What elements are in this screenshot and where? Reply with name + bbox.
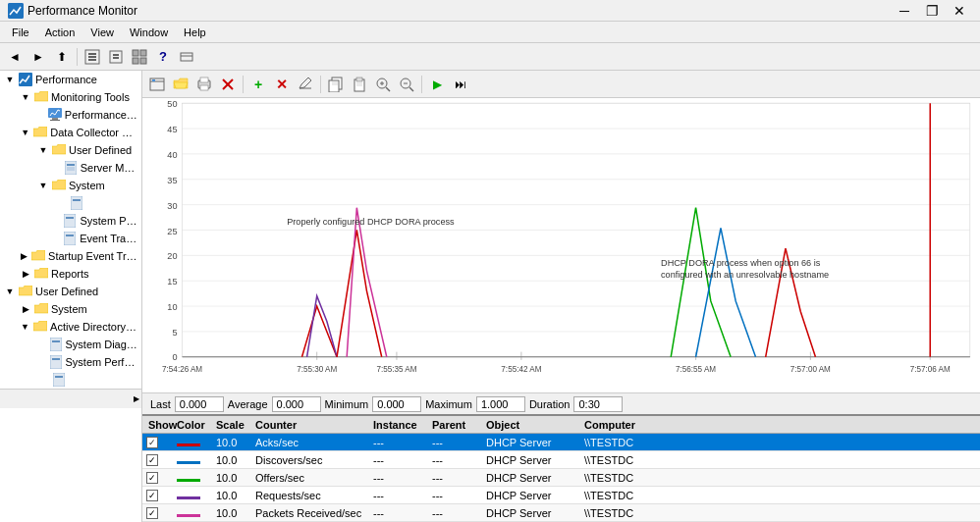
chart-btn-delete[interactable] [217,74,239,95]
chart-btn-new[interactable] [146,74,168,95]
tree-item-perf-monitor[interactable]: Performance Monitor [0,106,141,124]
tree-item-reports-user[interactable]: ▶ System [0,300,141,318]
tree-item-server-manager[interactable]: Server Manager Per [0,159,141,177]
row1-instance: --- [373,454,432,466]
table-row[interactable]: ✓ 10.0 Requests/sec --- --- DHCP Server … [142,487,980,504]
tree-item-ad-dia[interactable]: System Diagnostics [0,336,141,353]
svg-text:7:55:42 AM: 7:55:42 AM [501,365,541,374]
row2-counter: Offers/sec [255,472,373,484]
chart-btn-remove[interactable]: ✕ [271,74,293,95]
row4-checkbox[interactable]: ✓ [146,507,158,519]
tree-item-system[interactable]: ▼ System [0,177,141,194]
duration-value: 0:30 [573,396,623,412]
tree-item-sysperf2[interactable] [0,371,141,389]
menu-view[interactable]: View [82,25,122,40]
row0-checkbox[interactable]: ✓ [146,437,158,448]
chart-btn-copy[interactable] [325,74,347,95]
row4-show: ✓ [142,507,177,519]
toolbar-forward[interactable]: ► [27,46,49,68]
table-row[interactable]: ✓ 10.0 Discovers/sec --- --- DHCP Server… [142,451,980,469]
folder-icon [33,89,49,105]
toolbar-show-hide[interactable] [82,46,103,68]
toolbar-extra[interactable] [176,46,197,68]
restore-button[interactable]: ❐ [919,2,945,20]
duration-field: Duration 0:30 [529,396,624,412]
tree-label-data-collector: Data Collector Sets [50,127,139,138]
row3-checkbox[interactable]: ✓ [146,490,158,501]
svg-text:0: 0 [172,352,177,362]
toolbar-back[interactable]: ◄ [4,46,26,68]
monitor-icon [47,107,63,123]
chart-btn-play[interactable]: ▶ [426,74,448,95]
toolbar-properties[interactable] [105,46,127,68]
col-header-counter: Counter [255,419,373,431]
tree-item-system-diag[interactable]: System Performance [0,212,141,230]
tree-item-data-collector[interactable]: ▼ Data Collector Sets [0,124,141,141]
svg-text:7:54:26 AM: 7:54:26 AM [162,365,202,374]
tree-item-event-trace[interactable]: ▶ Startup Event Trace Se [0,247,141,265]
chart-btn-zoom-out[interactable] [396,74,417,95]
tree-label-system: System [69,180,105,191]
row2-colorline [177,479,200,482]
tree-item-system-perf[interactable]: Event Trace Sessions [0,230,141,247]
tree-label-reports-system: Active Directory Dia [50,321,139,333]
table-row[interactable]: ✓ 10.0 Acks/sec --- --- DHCP Server \\TE… [142,434,980,451]
tree-label-performance: Performance [35,74,97,85]
row2-checkbox[interactable]: ✓ [146,472,158,484]
expand-icon: ▼ [35,181,51,190]
svg-rect-26 [53,373,65,387]
tree-item-reports-system[interactable]: ▼ Active Directory Dia [0,318,141,336]
chart-btn-print[interactable] [193,74,215,95]
menu-window[interactable]: Window [122,25,176,40]
tree-item-sysdiag2[interactable]: System Performanc [0,353,141,371]
tree-panel: ▼ Performance ▼ Monitoring Tools [0,71,142,522]
row1-checkbox[interactable]: ✓ [146,454,158,466]
row0-scale: 10.0 [216,437,255,448]
row0-colorline [177,444,200,446]
chart-btn-stop[interactable]: ⏭ [450,74,471,95]
chart-btn-edit[interactable] [295,74,316,95]
svg-rect-15 [48,108,62,118]
tree-item-startup-trace[interactable]: ▶ Reports [0,265,141,283]
tree-item-user-defined[interactable]: ▼ User Defined [0,141,141,159]
svg-line-47 [386,87,390,91]
folder-icon3 [51,142,67,158]
row4-colorline [177,514,200,517]
tree-label-sysdiag: System Performance [80,215,139,227]
col-header-scale: Scale [216,419,255,431]
menu-file[interactable]: File [4,25,37,40]
minimize-button[interactable]: ─ [892,2,917,20]
chart-btn-add[interactable]: + [247,74,269,95]
toolbar-view[interactable] [129,46,150,68]
chart-btn-zoom-in[interactable] [372,74,394,95]
tree-item-reports[interactable]: ▼ User Defined [0,283,141,300]
scroll-right-arrow[interactable]: ▶ [134,394,139,403]
data-table: Show Color Scale Counter Instance Parent… [142,414,980,522]
svg-rect-25 [50,355,62,369]
row1-parent: --- [432,454,486,466]
maximum-label: Maximum [425,398,472,410]
menu-action[interactable]: Action [37,25,83,40]
app-icon [8,3,24,19]
menu-bar: File Action View Window Help [0,22,980,43]
tree-label-sysperf: Event Trace Sessions [80,233,139,244]
toolbar-up[interactable]: ⬆ [51,46,73,68]
chart-btn-paste[interactable] [349,74,370,95]
menu-help[interactable]: Help [176,25,214,40]
svg-text:7:55:35 AM: 7:55:35 AM [376,365,416,374]
performance-icon [18,72,33,87]
tree-item-performance[interactable]: ▼ Performance [0,71,141,88]
toolbar-help[interactable]: ? [152,46,174,68]
tree-item-monitoring-tools[interactable]: ▼ Monitoring Tools [0,88,141,106]
svg-text:7:57:06 AM: 7:57:06 AM [910,365,951,374]
close-button[interactable]: ✕ [947,2,972,20]
expand-icon: ▼ [2,287,18,296]
minimum-field: Minimum 0.000 [325,396,422,412]
chart-btn-open[interactable] [170,74,191,95]
minimum-label: Minimum [325,398,369,410]
svg-text:7:55:30 AM: 7:55:30 AM [297,365,337,374]
tree-item-blank[interactable] [0,194,141,212]
table-row[interactable]: ✓ 10.0 Packets Received/sec --- --- DHCP… [142,504,980,522]
table-row[interactable]: ✓ 10.0 Offers/sec --- --- DHCP Server \\… [142,469,980,487]
last-value: 0.000 [175,396,224,412]
